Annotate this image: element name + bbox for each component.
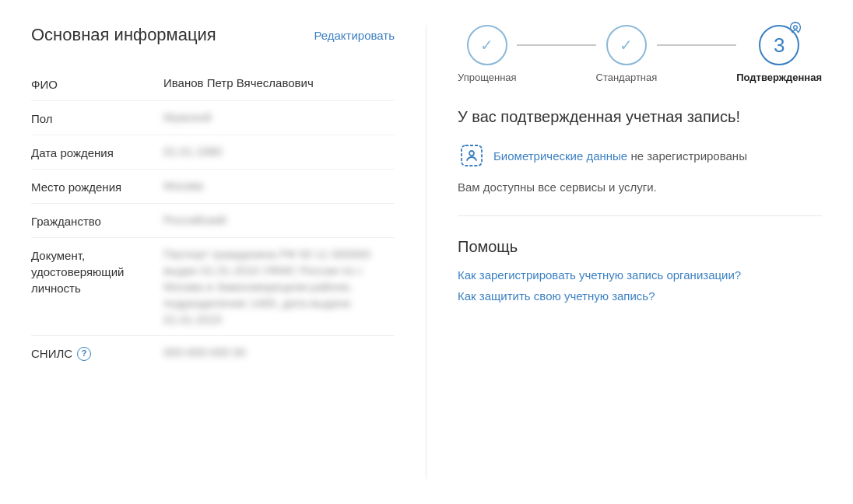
edit-link[interactable]: Редактировать: [314, 29, 395, 42]
step-number-3: 3: [774, 33, 785, 58]
info-row-3: Место рожденияМосква: [31, 170, 395, 204]
info-value-1: Мужской: [163, 109, 395, 125]
info-label-5: Документ, удостоверяющий личность: [31, 246, 163, 296]
info-label-1: Пол: [31, 109, 163, 127]
svg-point-2: [469, 151, 474, 156]
step-circle-1: ✓: [467, 25, 507, 65]
biometric-badge-icon: [787, 20, 804, 37]
snils-question-badge[interactable]: ?: [77, 347, 91, 361]
step-item-3: 3 Подтвержденная: [736, 25, 822, 83]
info-row-4: ГражданствоРоссийский: [31, 204, 395, 238]
info-row-0: ФИОИванов Петр Вячеславович: [31, 67, 395, 101]
section-title: Основная информация: [31, 25, 216, 45]
step-item-1: ✓ Упрощенная: [458, 25, 517, 83]
help-link-1[interactable]: Как защитить свою учетную запись?: [458, 289, 822, 303]
step-label-3: Подтвержденная: [736, 72, 822, 83]
biometric-suffix: не зарегистрированы: [627, 149, 747, 163]
confirmed-title: У вас подтвержденная учетная запись!: [458, 108, 822, 126]
info-label-6: СНИЛС?: [31, 344, 163, 362]
step-label-2: Стандартная: [596, 72, 658, 83]
info-value-4: Российский: [163, 212, 395, 228]
step-label-1: Упрощенная: [458, 72, 517, 83]
snils-label-wrapper: СНИЛС?: [31, 345, 163, 362]
info-label-2: Дата рождения: [31, 143, 163, 161]
divider: [458, 215, 822, 216]
svg-point-0: [794, 26, 798, 30]
step-item-2: ✓ Стандартная: [596, 25, 658, 83]
info-value-3: Москва: [163, 177, 395, 194]
help-links-container: Как зарегистрировать учетную запись орга…: [458, 268, 822, 303]
biometric-link[interactable]: Биометрические данные: [493, 149, 627, 163]
services-text: Вам доступны все сервисы и услуги.: [458, 180, 822, 194]
step-connector-1-2: [517, 44, 596, 46]
info-table: ФИОИванов Петр ВячеславовичПолМужскойДат…: [31, 67, 395, 369]
info-label-3: Место рождения: [31, 177, 163, 195]
biometric-row: Биометрические данные не зарегистрирован…: [458, 142, 822, 170]
info-row-6: СНИЛС?000-000-000 00: [31, 336, 395, 369]
info-label-0: ФИО: [31, 75, 163, 93]
info-value-5: Паспорт гражданина РФ 00 11 000000 выдан…: [163, 246, 395, 327]
checkmark-icon-1: ✓: [480, 36, 493, 54]
step-circle-2: ✓: [606, 25, 647, 65]
info-label-4: Гражданство: [31, 212, 163, 229]
right-panel: ✓ Упрощенная ✓ Стандартная 3: [426, 25, 853, 479]
info-value-6: 000-000-000 00: [163, 344, 395, 360]
steps-container: ✓ Упрощенная ✓ Стандартная 3: [458, 25, 822, 83]
checkmark-icon-2: ✓: [620, 36, 633, 54]
help-link-0[interactable]: Как зарегистрировать учетную запись орга…: [458, 268, 822, 282]
info-row-1: ПолМужской: [31, 101, 395, 135]
info-value-0: Иванов Петр Вячеславович: [163, 75, 395, 91]
info-row-5: Документ, удостоверяющий личностьПаспорт…: [31, 238, 395, 336]
section-header: Основная информация Редактировать: [31, 25, 395, 45]
biometric-face-icon: [458, 142, 486, 170]
step-connector-2-3: [657, 44, 736, 46]
biometric-text: Биометрические данные не зарегистрирован…: [493, 149, 747, 163]
help-title: Помощь: [458, 238, 822, 256]
left-panel: Основная информация Редактировать ФИОИва…: [0, 25, 426, 479]
info-row-2: Дата рождения01.01.1980: [31, 135, 395, 170]
step-circle-3: 3: [759, 25, 799, 65]
info-value-2: 01.01.1980: [163, 143, 395, 159]
